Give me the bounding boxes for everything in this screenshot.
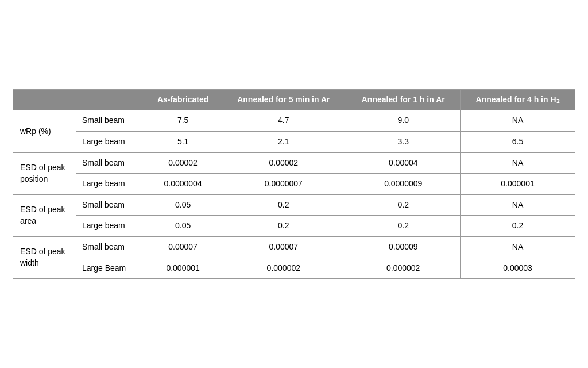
value-1-1-2: 0.0000009 — [346, 174, 461, 195]
value-3-0-1: 0.00007 — [221, 236, 346, 258]
value-2-1-3: 0.2 — [461, 216, 575, 237]
value-2-0-0: 0.05 — [145, 194, 221, 216]
value-1-1-0: 0.0000004 — [145, 174, 221, 195]
value-3-1-0: 0.000001 — [145, 258, 221, 279]
value-2-0-1: 0.2 — [221, 194, 346, 216]
header-annealed-4h: Annealed for 4 h in H₂ — [461, 89, 575, 110]
value-0-1-2: 3.3 — [346, 132, 461, 153]
value-2-1-1: 0.2 — [221, 216, 346, 237]
group-label-0: wRp (%) — [13, 110, 76, 152]
value-0-0-3: NA — [461, 110, 575, 132]
beam-type-0-1: Large beam — [76, 132, 145, 153]
header-empty-1 — [13, 89, 76, 110]
group-label-2: ESD of peak area — [13, 194, 76, 236]
group-label-1: ESD of peak position — [13, 152, 76, 194]
value-1-0-1: 0.00002 — [221, 152, 346, 174]
value-3-1-2: 0.000002 — [346, 258, 461, 279]
beam-type-0-0: Small beam — [76, 110, 145, 132]
value-1-1-3: 0.000001 — [461, 174, 575, 195]
value-1-1-1: 0.0000007 — [221, 174, 346, 195]
header-empty-2 — [76, 89, 145, 110]
header-annealed-5min: Annealed for 5 min in Ar — [221, 89, 346, 110]
value-1-0-2: 0.00004 — [346, 152, 461, 174]
group-label-3: ESD of peak width — [13, 236, 76, 278]
value-3-1-3: 0.00003 — [461, 258, 575, 279]
header-annealed-1h: Annealed for 1 h in Ar — [346, 89, 461, 110]
beam-type-1-1: Large beam — [76, 174, 145, 195]
beam-type-3-0: Small beam — [76, 236, 145, 258]
value-0-1-0: 5.1 — [145, 132, 221, 153]
value-0-0-1: 4.7 — [221, 110, 346, 132]
value-2-1-2: 0.2 — [346, 216, 461, 237]
value-0-1-1: 2.1 — [221, 132, 346, 153]
value-0-0-0: 7.5 — [145, 110, 221, 132]
data-table: As-fabricated Annealed for 5 min in Ar A… — [13, 89, 575, 279]
value-2-0-2: 0.2 — [346, 194, 461, 216]
value-0-0-2: 9.0 — [346, 110, 461, 132]
beam-type-2-1: Large beam — [76, 216, 145, 237]
value-3-1-1: 0.000002 — [221, 258, 346, 279]
value-1-0-0: 0.00002 — [145, 152, 221, 174]
value-1-0-3: NA — [461, 152, 575, 174]
beam-type-2-0: Small beam — [76, 194, 145, 216]
beam-type-1-0: Small beam — [76, 152, 145, 174]
value-3-0-0: 0.00007 — [145, 236, 221, 258]
header-as-fabricated: As-fabricated — [145, 89, 221, 110]
value-0-1-3: 6.5 — [461, 132, 575, 153]
value-2-1-0: 0.05 — [145, 216, 221, 237]
value-3-0-2: 0.00009 — [346, 236, 461, 258]
table-wrapper: As-fabricated Annealed for 5 min in Ar A… — [13, 89, 575, 279]
value-2-0-3: NA — [461, 194, 575, 216]
value-3-0-3: NA — [461, 236, 575, 258]
beam-type-3-1: Large Beam — [76, 258, 145, 279]
